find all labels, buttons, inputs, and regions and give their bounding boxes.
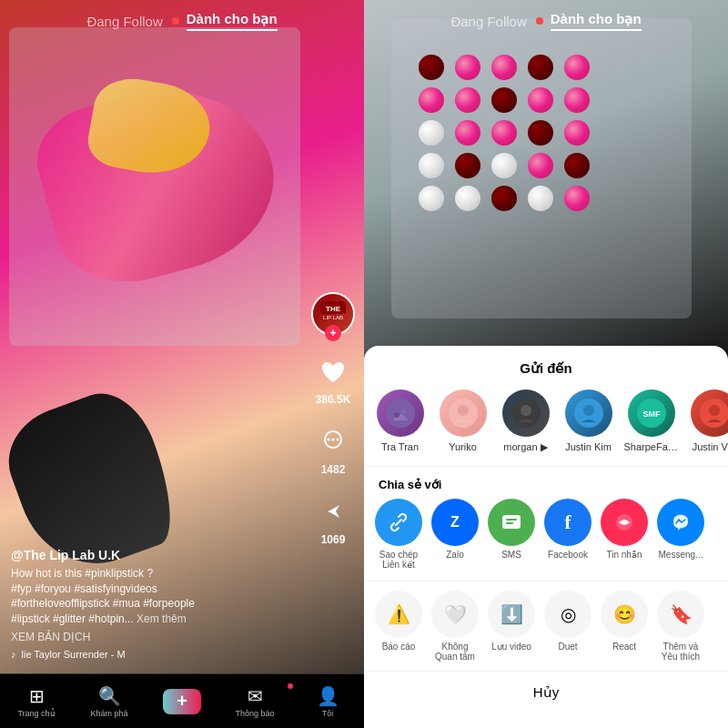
friend-name-tra-tran: Tra Tran (381, 441, 419, 452)
action-duet[interactable]: ◎ Duet (544, 591, 592, 662)
nav-profile[interactable]: 👤 Tôi (291, 685, 364, 718)
avatar-container[interactable]: THE LIP LAB + (311, 292, 355, 336)
comment-group[interactable]: 1482 (314, 422, 352, 476)
friend-name-yuriko: Yuriko (449, 441, 477, 452)
svg-point-4 (328, 439, 330, 441)
share-option-zalo[interactable]: Z Zalo (431, 499, 479, 570)
friend-sharpe[interactable]: SMF SharpeFamilySingers (626, 389, 676, 453)
left-video-panel: Đang Follow Dành cho bạn THE LIP LAB + (0, 0, 364, 728)
actions-row: ⚠️ Báo cáo 🤍 KhôngQuan tâm ⬇️ Lưu video … (364, 581, 728, 672)
see-more-link[interactable]: Xem thêm (136, 612, 187, 625)
svg-point-9 (402, 410, 406, 413)
react-label: React (612, 642, 636, 652)
dot-r2c4 (528, 87, 553, 113)
dot-r2c5 (564, 87, 590, 113)
nav-inbox[interactable]: ✉ Thông báo (218, 685, 291, 718)
dot-r4c2 (455, 153, 480, 178)
right-tab-following[interactable]: Đang Follow (450, 14, 526, 29)
friend-name-justin-vib: Justin Vib (693, 441, 728, 452)
translate-link[interactable]: XEM BẢN DỊCH (11, 631, 309, 643)
dot-r5c1 (419, 186, 444, 211)
lipstick-dots (419, 55, 673, 309)
action-save-video[interactable]: ⬇️ Lưu video (488, 591, 535, 662)
follow-plus-badge[interactable]: + (325, 325, 341, 341)
share-option-facebook[interactable]: f Facebook (544, 499, 592, 570)
cancel-button[interactable]: Hủy (364, 672, 728, 713)
svg-point-5 (332, 439, 335, 441)
dot-r3c3 (491, 120, 517, 146)
action-not-interested[interactable]: 🤍 KhôngQuan tâm (431, 591, 479, 662)
dot-r5c2 (455, 186, 480, 211)
facebook-label: Facebook (548, 550, 588, 560)
copy-link-label: Sao chépLiên kết (379, 550, 418, 570)
action-react[interactable]: 😊 React (601, 591, 648, 662)
nav-home[interactable]: ⊞ Trang chủ (0, 685, 73, 718)
create-button[interactable]: + (163, 689, 201, 714)
like-group[interactable]: 386.5K (314, 352, 352, 406)
right-live-dot (536, 17, 543, 25)
svg-point-8 (394, 412, 399, 418)
nav-discover[interactable]: 🔍 Khám phá (73, 685, 146, 718)
friend-avatar-sharpe: SMF (628, 389, 675, 437)
tab-foryou[interactable]: Dành cho bạn (187, 11, 278, 31)
friend-tra-tran[interactable]: Tra Tran (375, 389, 425, 453)
tin-nhan-icon (601, 499, 648, 546)
dot-r3c2 (455, 120, 480, 146)
react-icon: 😊 (601, 591, 648, 638)
dot-r2c1 (419, 87, 444, 113)
header-right: Đang Follow Dành cho bạn (364, 11, 728, 31)
friend-morgan[interactable]: morgan ▶ (500, 389, 551, 453)
share-option-sms[interactable]: SMS (488, 499, 535, 570)
right-tab-foryou[interactable]: Dành cho bạn (551, 11, 642, 31)
friend-avatar-tra-tran (377, 389, 424, 437)
friend-name-morgan: morgan ▶ (503, 441, 547, 453)
discover-icon: 🔍 (98, 685, 121, 707)
dot-r3c1 (419, 120, 444, 146)
svg-text:THE: THE (326, 305, 341, 313)
friend-name-justin-kim: Justin Kim (565, 441, 612, 452)
friend-avatar-justin-kim (565, 389, 612, 437)
dot-r4c3 (491, 153, 517, 178)
zalo-label: Zalo (446, 550, 463, 560)
inbox-icon: ✉ (248, 685, 263, 707)
share-count: 1069 (321, 533, 346, 546)
tab-following[interactable]: Đang Follow (86, 14, 162, 29)
svg-point-13 (521, 405, 531, 416)
share-option-copy-link[interactable]: Sao chépLiên kết (375, 499, 422, 570)
sms-label: SMS (501, 550, 521, 560)
action-report[interactable]: ⚠️ Báo cáo (375, 591, 422, 662)
creator-username[interactable]: @The Lip Lab U.K (11, 548, 309, 562)
svg-point-11 (458, 405, 469, 416)
report-icon: ⚠️ (375, 591, 422, 638)
action-add-favorite[interactable]: 🔖 Thêm vàYêu thích (657, 591, 704, 662)
like-icon-circle[interactable] (314, 352, 352, 390)
friend-yuriko[interactable]: Yuriko (438, 389, 488, 453)
facebook-icon: f (544, 499, 592, 546)
copy-link-icon (375, 499, 422, 546)
like-count: 386.5K (316, 393, 351, 406)
nav-create[interactable]: + (146, 689, 218, 714)
share-option-messenger[interactable]: Messeng... (657, 499, 704, 570)
friend-justin-vib[interactable]: Justin Vib (689, 389, 728, 453)
friend-avatar-morgan (502, 389, 550, 437)
right-video-background: Đang Follow Dành cho bạn (364, 0, 728, 364)
music-info: ♪ lie Taylor Surrender - M (11, 649, 309, 660)
music-text: lie Taylor Surrender - M (22, 649, 126, 660)
duet-icon: ◎ (544, 591, 592, 638)
inbox-label: Thông báo (235, 709, 274, 718)
share-option-tin-nhan[interactable]: Tin nhắn (601, 499, 648, 570)
add-favorite-label: Thêm vàYêu thích (662, 642, 700, 662)
dot-r1c2 (455, 55, 480, 80)
friend-justin-kim[interactable]: Justin Kim (563, 389, 613, 453)
dot-r2c2 (455, 87, 480, 113)
dot-r1c5 (564, 55, 590, 80)
report-label: Báo cáo (382, 642, 416, 652)
share-options-row: Sao chépLiên kết Z Zalo SMS f Facebook (364, 499, 728, 581)
share-group[interactable]: 1069 (314, 492, 352, 546)
share-icon-circle[interactable] (314, 492, 352, 531)
comment-icon-circle[interactable] (314, 422, 352, 460)
profile-label: Tôi (322, 709, 334, 718)
lipstick-smear (36, 73, 273, 328)
dot-r5c5 (564, 186, 590, 211)
duet-label: Duet (558, 642, 577, 652)
